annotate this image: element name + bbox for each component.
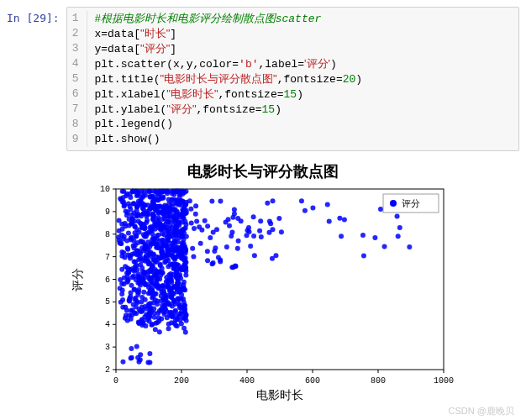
output-chart: 电影时长与评分散点图电影时长评分020040060080010002345678… [7,160,519,403]
svg-point-957 [203,218,208,223]
svg-point-840 [118,241,123,246]
svg-point-736 [149,323,154,328]
svg-point-800 [143,192,148,197]
code-body: #根据电影时长和电影评分绘制散点图scatterx=data["时长"]y=da… [87,11,369,147]
svg-point-770 [122,202,127,207]
svg-point-988 [214,227,219,232]
svg-point-844 [181,310,187,315]
svg-point-989 [211,260,216,265]
svg-point-892 [173,226,178,231]
line-gutter: 123456789 [67,11,88,147]
svg-point-647 [124,209,129,214]
svg-point-1030 [135,355,140,360]
svg-point-835 [143,270,148,275]
svg-point-1016 [378,207,383,212]
svg-point-1005 [395,214,400,219]
svg-point-875 [183,222,188,227]
svg-point-1010 [327,219,332,224]
svg-point-709 [141,232,146,237]
svg-point-854 [154,271,159,276]
svg-point-764 [171,197,176,202]
svg-point-1018 [382,244,387,249]
svg-point-946 [190,246,195,251]
svg-point-820 [124,313,129,318]
svg-point-979 [229,234,234,239]
svg-point-1006 [397,225,402,230]
svg-point-919 [138,221,143,226]
svg-point-898 [165,206,170,211]
svg-point-1031 [120,360,125,365]
scatter-plot: 电影时长与评分散点图电影时长评分020040060080010002345678… [70,160,456,403]
svg-point-973 [212,249,217,254]
svg-point-794 [151,252,156,257]
svg-point-1035 [390,200,397,207]
svg-point-640 [170,255,175,260]
svg-text:评分: 评分 [402,198,420,208]
svg-point-787 [131,302,136,307]
code-cell: In [29]: 123456789 #根据电影时长和电影评分绘制散点图scat… [7,7,519,151]
svg-point-929 [123,255,128,260]
svg-text:电影时长: 电影时长 [256,389,303,402]
svg-point-734 [118,286,123,291]
svg-point-1014 [337,216,342,221]
svg-point-845 [170,304,175,309]
svg-point-958 [198,241,203,246]
svg-point-872 [147,189,152,194]
svg-point-916 [168,223,173,228]
svg-point-880 [175,280,180,285]
svg-point-790 [160,270,165,276]
svg-point-968 [252,253,257,258]
svg-point-948 [188,207,193,212]
svg-point-954 [209,198,214,203]
svg-point-993 [273,253,278,258]
svg-point-849 [148,291,153,296]
svg-point-918 [145,212,150,217]
svg-point-117 [126,231,131,236]
svg-point-870 [170,191,175,196]
code-editor[interactable]: 123456789 #根据电影时长和电影评分绘制散点图scatterx=data… [66,7,519,151]
svg-point-1000 [259,234,264,239]
svg-point-896 [120,189,125,194]
svg-point-924 [133,230,138,235]
svg-point-472 [121,195,126,200]
svg-point-803 [153,282,158,287]
svg-point-986 [191,255,196,260]
svg-point-982 [236,239,241,244]
svg-point-429 [181,326,187,331]
svg-point-802 [183,269,188,274]
svg-point-684 [134,311,139,316]
svg-point-947 [205,223,210,228]
svg-point-719 [164,279,169,284]
svg-point-939 [265,201,270,206]
svg-point-933 [139,189,144,194]
svg-point-915 [131,244,136,249]
svg-point-927 [143,255,148,260]
svg-point-754 [135,248,140,253]
svg-text:600: 600 [305,376,320,386]
svg-point-890 [156,215,161,220]
svg-point-997 [192,226,197,231]
svg-point-1021 [342,217,347,222]
svg-point-821 [137,281,142,286]
svg-point-923 [169,295,174,300]
svg-text:800: 800 [371,376,386,386]
svg-point-944 [184,234,189,239]
svg-point-488 [117,228,122,234]
svg-point-984 [194,219,199,224]
svg-point-729 [136,199,141,204]
svg-point-891 [175,246,180,251]
svg-point-839 [139,239,144,244]
svg-point-904 [151,198,156,203]
svg-point-906 [152,291,157,297]
svg-point-983 [258,218,263,223]
svg-point-676 [163,224,168,229]
svg-point-865 [180,227,185,232]
svg-point-886 [176,233,181,238]
svg-point-1011 [325,202,330,207]
svg-point-932 [160,189,166,194]
svg-point-814 [130,189,135,194]
svg-point-995 [247,229,252,234]
svg-point-1024 [147,360,152,365]
svg-point-1020 [407,244,412,249]
svg-point-889 [146,303,151,308]
